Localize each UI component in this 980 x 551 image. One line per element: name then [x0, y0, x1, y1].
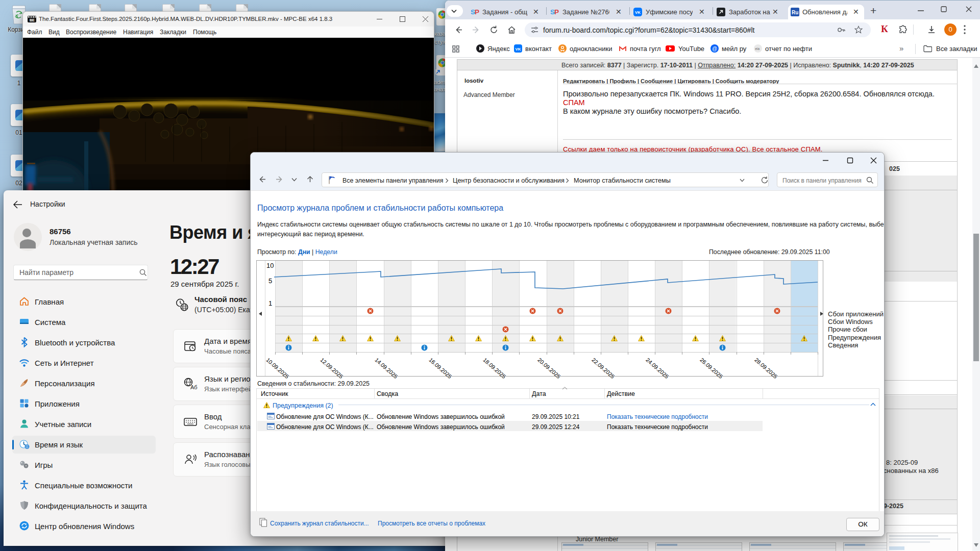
svg-text:VK: VK — [516, 47, 521, 52]
svg-text:eia: eia — [755, 47, 760, 51]
svg-text:BE: BE — [30, 18, 35, 22]
svg-text:P: P — [475, 8, 479, 16]
svg-text:P: P — [554, 8, 559, 16]
svg-text:@: @ — [712, 46, 717, 52]
svg-text:Аб: Аб — [190, 384, 198, 390]
svg-text:Ru: Ru — [792, 10, 798, 15]
svg-text:VK: VK — [635, 10, 641, 15]
